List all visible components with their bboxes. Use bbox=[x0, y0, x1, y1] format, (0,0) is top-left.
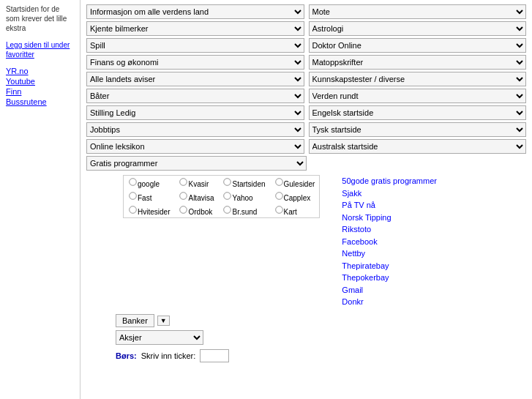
radio-input[interactable] bbox=[129, 206, 136, 213]
youtube-link[interactable]: Youtube bbox=[6, 77, 74, 86]
radio-label: Altavisa bbox=[188, 194, 214, 202]
sidebar-title: Startsiden for de som krever det lille e… bbox=[6, 4, 74, 33]
radio-label: google bbox=[138, 180, 160, 188]
radio-input[interactable] bbox=[224, 178, 231, 185]
bottom-section: Banker ▼ Aksjer Børs: Skriv inn ticker: bbox=[116, 314, 526, 362]
dropdown-spill[interactable]: Spill bbox=[86, 38, 304, 53]
radio-input[interactable] bbox=[224, 206, 231, 213]
dropdown-kunnskapstester[interactable]: Kunnskapstester / diverse bbox=[309, 72, 527, 86]
quick-link[interactable]: Norsk Tipping bbox=[342, 212, 437, 224]
yr-link[interactable]: YR.no bbox=[6, 67, 74, 75]
dropdown-australsk[interactable]: Australsk startside bbox=[309, 139, 527, 154]
bussrutene-link[interactable]: Bussrutene bbox=[6, 97, 74, 106]
radio-input[interactable] bbox=[180, 206, 187, 213]
radio-label: Hvitesider bbox=[138, 208, 170, 216]
dropdown-engelsk[interactable]: Engelsk startside bbox=[309, 105, 527, 120]
dropdown-info-verdens-land[interactable]: Informasjon om alle verdens land bbox=[86, 4, 304, 19]
quick-link[interactable]: Donkr bbox=[342, 296, 437, 308]
radio-label: Yahoo bbox=[232, 194, 252, 202]
radio-input[interactable] bbox=[180, 192, 187, 199]
quick-link[interactable]: Nettby bbox=[342, 247, 437, 260]
radio-input[interactable] bbox=[129, 192, 136, 199]
radio-grid-container: googleKvasirStartsidenGulesiderFastAltav… bbox=[123, 175, 320, 308]
quick-link[interactable]: 50gode gratis programmer bbox=[342, 175, 437, 187]
ticker-input[interactable] bbox=[200, 349, 229, 362]
radio-label: Startsiden bbox=[232, 180, 265, 188]
col-left-dropdowns: Informasjon om alle verdens land bbox=[86, 4, 304, 19]
finn-link[interactable]: Finn bbox=[6, 87, 74, 96]
col-right-dropdowns: Mote bbox=[309, 4, 527, 19]
radio-cell: Capplex bbox=[270, 190, 320, 204]
dropdown-mote[interactable]: Mote bbox=[309, 4, 527, 19]
radio-label: Kvasir bbox=[188, 180, 209, 188]
quick-link[interactable]: Rikstoto bbox=[342, 223, 437, 236]
dropdown-verden-rundt[interactable]: Verden rundt bbox=[309, 89, 527, 103]
quick-link[interactable]: Thepiratebay bbox=[342, 260, 437, 272]
quick-link[interactable]: Facebook bbox=[342, 236, 437, 248]
quick-link[interactable]: Thepokerbay bbox=[342, 272, 437, 284]
radio-label: Gulesider bbox=[284, 180, 315, 188]
radio-input[interactable] bbox=[129, 178, 136, 185]
quick-links-list: 50gode gratis programmerSjakkPå TV nåNor… bbox=[342, 175, 437, 308]
radio-cell: Kart bbox=[270, 204, 320, 218]
quick-link[interactable]: Gmail bbox=[342, 284, 437, 297]
dropdown-bater[interactable]: Båter bbox=[86, 89, 304, 103]
radio-input[interactable] bbox=[275, 206, 282, 213]
bors-label: Børs: bbox=[116, 351, 137, 360]
main-content: Informasjon om alle verdens land Mote Kj… bbox=[80, 0, 532, 399]
radio-cell: Fast bbox=[124, 190, 175, 204]
radio-cell: Hvitesider bbox=[124, 204, 175, 218]
dropdown-tysk[interactable]: Tysk startside bbox=[309, 122, 527, 137]
dropdown-matoppskrifter[interactable]: Matoppskrifter bbox=[309, 55, 527, 70]
links-section: googleKvasirStartsidenGulesiderFastAltav… bbox=[86, 175, 526, 308]
radio-cell: Kvasir bbox=[174, 176, 218, 190]
dropdown-aksjer[interactable]: Aksjer bbox=[116, 330, 203, 345]
radio-label: Ordbok bbox=[188, 208, 212, 216]
dropdown-aviser[interactable]: Alle landets aviser bbox=[86, 72, 304, 86]
radio-input[interactable] bbox=[275, 178, 282, 185]
radio-cell: google bbox=[124, 176, 175, 190]
quick-link[interactable]: På TV nå bbox=[342, 199, 437, 212]
dropdown-doktor-online[interactable]: Doktor Online bbox=[309, 38, 527, 53]
radio-cell: Gulesider bbox=[270, 176, 320, 190]
dropdown-stilling-ledig[interactable]: Stilling Ledig bbox=[86, 105, 304, 120]
radio-cell: Yahoo bbox=[218, 190, 269, 204]
banker-button[interactable]: Banker bbox=[116, 314, 154, 327]
dropdown-jobbtips[interactable]: Jobbtips bbox=[86, 122, 304, 137]
radio-cell: Br.sund bbox=[218, 204, 269, 218]
radio-label: Br.sund bbox=[232, 208, 257, 216]
dropdown-gratis[interactable]: Gratis programmer bbox=[86, 156, 307, 171]
radio-table: googleKvasirStartsidenGulesiderFastAltav… bbox=[123, 175, 320, 218]
radio-cell: Ordbok bbox=[174, 204, 218, 218]
dropdown-kjente-bilmerker[interactable]: Kjente bilmerker bbox=[86, 21, 304, 36]
radio-cell: Startsiden bbox=[218, 176, 269, 190]
radio-cell: Altavisa bbox=[174, 190, 218, 204]
dropdown-online-leksikon[interactable]: Online leksikon bbox=[86, 139, 304, 154]
radio-input[interactable] bbox=[224, 192, 231, 199]
radio-label: Capplex bbox=[284, 194, 311, 202]
sidebar: Startsiden for de som krever det lille e… bbox=[0, 0, 80, 399]
add-favorites-link[interactable]: Legg siden til under favoritter bbox=[6, 40, 74, 59]
radio-input[interactable] bbox=[275, 192, 282, 199]
dropdown-astrologi[interactable]: Astrologi bbox=[309, 21, 527, 36]
radio-label: Kart bbox=[284, 208, 297, 216]
banker-dropdown-arrow[interactable]: ▼ bbox=[157, 316, 170, 326]
radio-input[interactable] bbox=[180, 178, 187, 185]
dropdown-finans[interactable]: Finans og økonomi bbox=[86, 55, 304, 70]
quick-link[interactable]: Sjakk bbox=[342, 187, 437, 200]
radio-label: Fast bbox=[138, 194, 151, 202]
skriv-inn-label: Skriv inn ticker: bbox=[141, 351, 196, 360]
